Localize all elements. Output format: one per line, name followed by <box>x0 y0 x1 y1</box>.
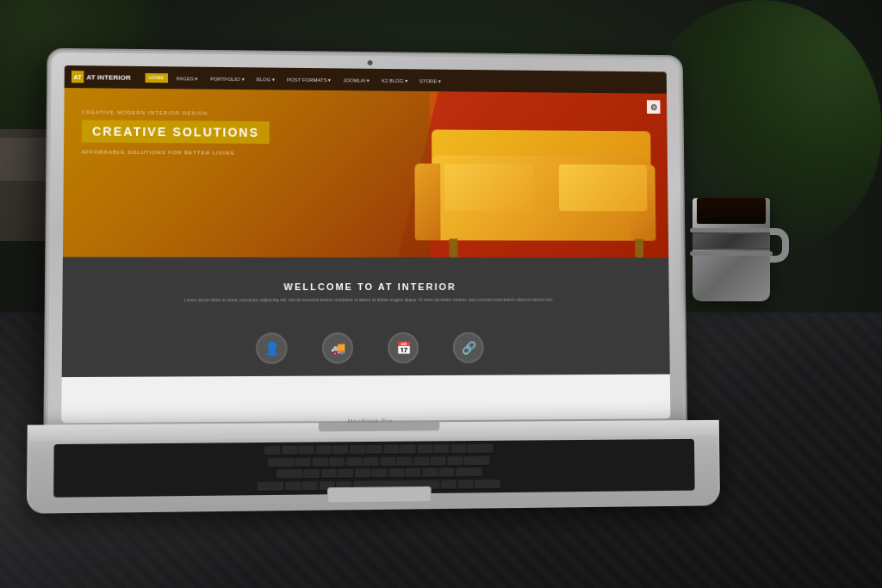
nav-portfolio[interactable]: PORTFOLIO ▾ <box>207 73 248 83</box>
hero-sofa-illustration <box>414 113 652 258</box>
key[interactable] <box>366 445 382 454</box>
key[interactable] <box>302 481 318 490</box>
trackpad[interactable] <box>327 486 432 504</box>
hero-settings-icon[interactable]: ⚙ <box>647 100 661 114</box>
mug-coffee-liquid <box>697 198 766 224</box>
nav-blog[interactable]: BLOG ▾ <box>252 74 277 84</box>
nav-links: HOME PAGES ▾ PORTFOLIO ▾ BLOG ▾ POST FOR… <box>145 72 444 84</box>
camera-dot <box>368 60 373 65</box>
key-shift-right[interactable] <box>474 480 500 488</box>
laptop: AT AT INTERIOR HOME PAGES ▾ PORTFOLIO ▾ … <box>45 50 704 514</box>
key[interactable] <box>295 457 311 466</box>
icon-delivery[interactable]: 🚚 <box>322 332 353 363</box>
website-content: AT AT INTERIOR HOME PAGES ▾ PORTFOLIO ▾ … <box>61 65 670 423</box>
icon-link[interactable]: 🔗 <box>453 331 484 362</box>
key[interactable] <box>400 445 415 454</box>
person-icon: 👤 <box>264 341 279 355</box>
key[interactable] <box>380 456 395 465</box>
nav-post-formats[interactable]: POST FORMATS ▾ <box>283 74 334 84</box>
sofa-cushion-2 <box>559 164 648 211</box>
nav-home[interactable]: HOME <box>145 72 167 82</box>
calendar-icon: 📅 <box>396 340 411 354</box>
welcome-section: WELLCOME TO AT INTERIOR Lorem ipsum dolo… <box>62 257 669 327</box>
key[interactable] <box>422 468 438 477</box>
key-tab[interactable] <box>268 457 294 466</box>
key-enter[interactable] <box>456 467 481 476</box>
key[interactable] <box>338 469 353 478</box>
key[interactable] <box>441 480 457 488</box>
nav-k2-blog[interactable]: K2 BLOG ▾ <box>378 75 411 84</box>
key-return[interactable] <box>464 455 490 464</box>
welcome-title: WELLCOME TO AT INTERIOR <box>283 281 456 291</box>
key[interactable] <box>346 457 362 466</box>
link-icon: 🔗 <box>461 340 475 354</box>
coffee-mug <box>693 198 770 301</box>
key[interactable] <box>397 456 413 465</box>
nav-store[interactable]: STORE ▾ <box>416 76 444 85</box>
nav-pages[interactable]: PAGES ▾ <box>173 73 202 83</box>
hero-main-title: CREATIVE SOLUTIONS <box>82 120 270 144</box>
sofa-leg-1 <box>449 238 457 257</box>
key[interactable] <box>299 446 314 455</box>
key[interactable] <box>282 446 297 455</box>
key[interactable] <box>313 457 328 466</box>
settings-gear-icon: ⚙ <box>649 102 657 112</box>
key[interactable] <box>457 480 473 488</box>
mug-band-bottom <box>690 251 773 256</box>
key[interactable] <box>383 445 399 454</box>
laptop-hinge <box>319 422 440 431</box>
key[interactable] <box>388 468 404 477</box>
screen-bezel: AT AT INTERIOR HOME PAGES ▾ PORTFOLIO ▾ … <box>61 65 670 423</box>
key-shift-left[interactable] <box>258 481 284 491</box>
key[interactable] <box>417 444 432 453</box>
hero-subtitle-top: CREATIVE MODERN INTERIOR DESIGN <box>82 109 270 116</box>
delivery-icon: 🚚 <box>330 341 345 355</box>
key[interactable] <box>350 445 365 454</box>
mug-body <box>693 198 770 301</box>
sofa-leg-2 <box>635 239 643 258</box>
key-delete[interactable] <box>467 444 493 453</box>
key[interactable] <box>433 444 449 453</box>
key[interactable] <box>431 456 446 465</box>
key[interactable] <box>264 446 280 455</box>
key[interactable] <box>304 469 320 478</box>
key[interactable] <box>320 469 336 478</box>
nav-joomla[interactable]: JOOMLAI ▾ <box>339 75 373 84</box>
icon-person[interactable]: 👤 <box>256 332 287 363</box>
mug-handle <box>770 228 789 263</box>
welcome-body-text: Lorem ipsum dolor sit amet, consectur ad… <box>184 296 553 302</box>
key[interactable] <box>355 468 370 477</box>
icon-calendar[interactable]: 📅 <box>388 331 419 362</box>
mug-band-middle <box>693 232 770 250</box>
sofa-cushion-1 <box>444 164 534 211</box>
laptop-lid: AT AT INTERIOR HOME PAGES ▾ PORTFOLIO ▾ … <box>45 50 686 434</box>
key[interactable] <box>447 456 463 465</box>
key[interactable] <box>406 468 421 477</box>
sofa-arm-left <box>414 164 440 240</box>
key[interactable] <box>363 457 379 466</box>
logo-icon: AT <box>71 71 84 83</box>
icons-row: 👤 🚚 📅 🔗 <box>62 323 670 377</box>
hero-section: CREATIVE MODERN INTERIOR DESIGN CREATIVE… <box>63 88 668 257</box>
key[interactable] <box>315 445 331 454</box>
logo-text: AT INTERIOR <box>86 73 131 82</box>
key-caps[interactable] <box>276 469 302 478</box>
key[interactable] <box>439 467 455 476</box>
nav-logo: AT AT INTERIOR <box>71 71 131 84</box>
key[interactable] <box>285 481 301 490</box>
key[interactable] <box>332 445 348 454</box>
hero-text-block: CREATIVE MODERN INTERIOR DESIGN CREATIVE… <box>81 109 270 156</box>
key[interactable] <box>371 468 387 477</box>
key[interactable] <box>413 456 429 465</box>
laptop-base <box>27 420 720 514</box>
key[interactable] <box>450 444 466 453</box>
key[interactable] <box>329 457 345 466</box>
